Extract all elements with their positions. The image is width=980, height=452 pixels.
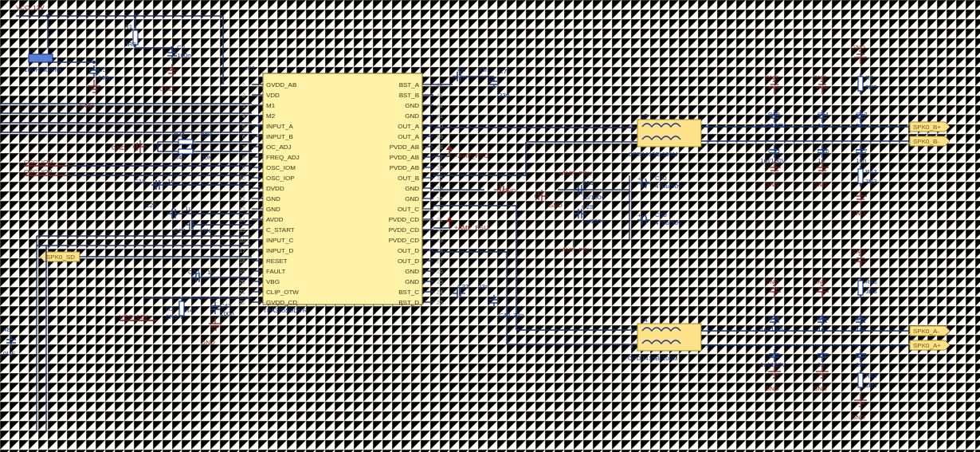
res-r46: [858, 277, 863, 298]
c19-val: 1u: [167, 178, 174, 185]
r2-ref: R2: [865, 74, 874, 81]
pin-num: 26: [437, 269, 443, 274]
pin-func: OUT_A: [398, 133, 419, 140]
pin-func: GND: [405, 268, 419, 275]
c49-ref: C49: [768, 352, 780, 359]
svg-text:3: 3: [629, 139, 633, 144]
svg-rect-26: [0, 0, 980, 452]
c11-val: 1n: [817, 122, 825, 129]
r42-val: 30K: [201, 154, 213, 161]
c15-val: 1uf/100V: [760, 157, 786, 164]
pin-num: 29: [437, 238, 443, 243]
gnd-label: GND: [201, 339, 215, 346]
c6-val: 33n: [478, 66, 488, 73]
c51-ref: C51: [856, 352, 868, 359]
c45-ref: C45: [768, 315, 780, 322]
c51-val: 10n: [856, 361, 866, 368]
c25-ref: C25: [145, 202, 157, 209]
c30-val: 470u/50v: [655, 219, 681, 226]
pin-func: GVDD_CD: [266, 299, 297, 306]
net-osc-iom: OSC_IOM: [24, 159, 53, 166]
port-spk0-bminus-label: SPK0_B-: [913, 138, 939, 145]
inductor-l3: [637, 120, 701, 147]
c43-ref: C43: [499, 312, 511, 319]
res-r3: [179, 298, 184, 319]
pin-func: VBG: [266, 278, 280, 285]
pin-num: 40: [437, 124, 443, 129]
c28-val: 1u/100v: [582, 218, 604, 225]
c16-val: 1n: [817, 157, 825, 164]
pin-num: 28: [437, 248, 443, 254]
pin-func: GND: [405, 195, 419, 202]
pin-num: 42: [437, 103, 443, 108]
inductor-l1: [29, 54, 53, 62]
pin-func: VDD: [266, 92, 280, 99]
c30-ref: C30: [655, 211, 667, 218]
net-amp-psu-top: +AMP_PSU: [454, 152, 488, 159]
pin-num: 39: [437, 134, 443, 140]
pin-num: 2: [242, 92, 245, 98]
pin-func: C_START: [266, 226, 295, 234]
pin-num: 37: [437, 155, 443, 160]
c49-val: 1uf/100V: [760, 361, 786, 368]
pin-num: 35: [437, 175, 443, 181]
pin-func: GND: [405, 185, 419, 192]
pin-num: 13: [239, 206, 245, 212]
inductor-l4: [637, 324, 701, 351]
l1-val: 10UH/300ma: [24, 66, 62, 73]
pin-func: OUT_A: [398, 123, 419, 130]
gnd-label: GND: [813, 74, 827, 81]
pin-num: 1: [242, 82, 245, 88]
r1-val: 3R3: [124, 41, 136, 48]
pin-func: GND: [405, 278, 419, 285]
c46-val: 1n: [817, 326, 825, 333]
net-amp-psu-bulk: +AMP_PSU: [558, 246, 592, 254]
pin-num: 24: [437, 289, 443, 295]
l3-val: CPD1415B-100M: [628, 151, 678, 158]
gnd-label: GND: [765, 278, 779, 285]
net-vcc-12v: VCC_12V: [16, 4, 45, 11]
pin-func: GND: [266, 195, 280, 202]
c25-val: 1u: [185, 205, 192, 212]
c19-ref: C19: [134, 178, 146, 185]
pin-func: OSC_IOM: [266, 164, 296, 171]
l4-val: CPD1415B-100M: [628, 355, 678, 362]
pin-num: 4: [242, 113, 245, 119]
pin-num: 34: [437, 186, 443, 191]
gnd-label: GND: [851, 414, 865, 421]
r3-val: 3R3: [166, 313, 178, 320]
c42-val: 100n: [220, 310, 234, 317]
pin-func: OSC_IOP: [266, 175, 295, 182]
pin-func: GND: [405, 102, 419, 109]
gnd-label: GND: [548, 202, 563, 209]
pin-func: INPUT_A: [266, 123, 293, 130]
net-osc-iop: OSC_IOP: [24, 168, 53, 175]
pin-func: PVDD_CD: [389, 237, 419, 244]
pin-func: INPUT_D: [266, 247, 293, 254]
gnd-label: GND: [112, 144, 126, 151]
r49-val: 3R3: [865, 382, 877, 389]
pin-func: OUT_B: [398, 175, 419, 182]
pin-num: 17: [239, 248, 245, 254]
gnd-label: GND: [502, 187, 516, 195]
port-spk0-sd-label: SPK0_SD: [46, 254, 75, 261]
gnd-label: GND: [765, 74, 779, 81]
c16-ref: C16: [817, 147, 829, 155]
pin-num: 23: [437, 300, 443, 305]
pin-num: 21: [239, 289, 245, 295]
pin-func: INPUT_B: [266, 133, 293, 140]
pin-func: OUT_D: [398, 257, 419, 265]
pin-num: 7: [242, 144, 245, 150]
c7-val: 33n: [499, 92, 509, 99]
l4-ref: L4: [641, 316, 648, 324]
svg-point-97: [199, 297, 202, 300]
pin-num: 16: [239, 238, 245, 243]
pin-func: GVDD_AB: [266, 81, 296, 88]
pin-func: PVDD_CD: [389, 226, 419, 234]
c12-ref: C12: [856, 111, 868, 118]
pin-func: PVDD_AB: [390, 154, 419, 161]
l1-ref: L1: [29, 47, 36, 54]
c2-ref: C2: [177, 44, 186, 51]
pin-func: OC_ADJ: [266, 143, 292, 151]
c46-ref: C46: [817, 315, 829, 322]
